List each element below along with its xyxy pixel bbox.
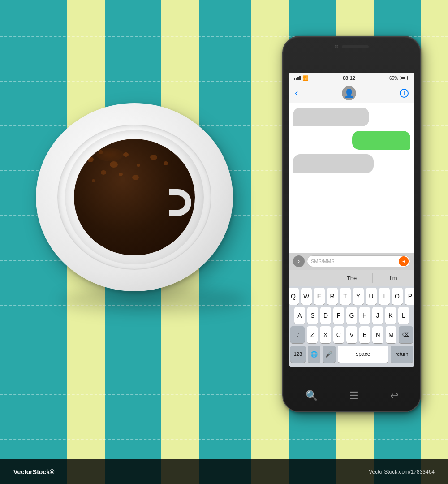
nav-back-icon[interactable]: ↩ bbox=[390, 390, 398, 402]
key-shift[interactable]: ⇧ bbox=[290, 326, 305, 343]
cup bbox=[65, 130, 204, 264]
bottom-bar: VectorStock® VectorStock.com/17833464 bbox=[0, 459, 448, 484]
key-r[interactable]: R bbox=[327, 288, 338, 305]
stripe-5 bbox=[421, 0, 448, 484]
phone-bottom-nav: 🔍 ☰ ↩ bbox=[289, 385, 414, 407]
info-button[interactable]: i bbox=[400, 89, 409, 98]
key-z[interactable]: Z bbox=[307, 326, 318, 343]
send-button[interactable]: ▲ bbox=[399, 256, 409, 266]
bar-4 bbox=[299, 76, 301, 80]
status-time: 08:12 bbox=[343, 75, 355, 81]
input-placeholder: SMS/MMS bbox=[311, 259, 335, 264]
message-input[interactable]: SMS/MMS ▲ bbox=[307, 255, 410, 267]
contact-avatar: 👤 bbox=[342, 86, 356, 100]
suggestion-i[interactable]: I bbox=[289, 273, 331, 283]
key-f[interactable]: F bbox=[333, 307, 344, 324]
key-p[interactable]: P bbox=[405, 288, 414, 305]
key-y[interactable]: Y bbox=[353, 288, 364, 305]
send-icon: ▲ bbox=[401, 259, 406, 264]
status-bar: 📶 08:12 65% bbox=[289, 73, 414, 83]
keyboard-suggestions: I The I'm bbox=[289, 270, 414, 286]
key-123[interactable]: 123 bbox=[290, 346, 306, 363]
key-row-2: A S D F G H J K L bbox=[290, 307, 413, 324]
back-button[interactable]: ‹ bbox=[295, 87, 298, 99]
key-j[interactable]: J bbox=[372, 307, 383, 324]
key-return[interactable]: return bbox=[391, 346, 413, 363]
phone-speaker bbox=[342, 45, 369, 48]
bar-2 bbox=[296, 78, 297, 80]
status-left: 📶 bbox=[294, 75, 309, 81]
cup-handle bbox=[169, 189, 191, 216]
key-k[interactable]: K bbox=[385, 307, 396, 324]
status-right: 65% bbox=[389, 76, 409, 81]
key-d[interactable]: D bbox=[320, 307, 331, 324]
key-delete[interactable]: ⌫ bbox=[399, 326, 413, 343]
key-l[interactable]: L bbox=[398, 307, 409, 324]
phone-top bbox=[335, 45, 369, 48]
mic-button[interactable]: › bbox=[293, 255, 305, 267]
key-v[interactable]: V bbox=[346, 326, 357, 343]
key-q[interactable]: Q bbox=[289, 288, 299, 305]
key-m[interactable]: M bbox=[386, 326, 396, 343]
chat-header: ‹ 👤 i bbox=[289, 83, 414, 103]
phone: 📶 08:12 65% ‹ 👤 i bbox=[282, 36, 421, 412]
coffee-cup-area bbox=[27, 90, 242, 305]
key-space[interactable]: space bbox=[338, 346, 388, 363]
messages-area bbox=[289, 103, 414, 253]
wifi-icon: 📶 bbox=[302, 75, 309, 81]
battery-icon bbox=[400, 76, 409, 80]
battery-percent: 65% bbox=[389, 76, 398, 81]
key-s[interactable]: S bbox=[307, 307, 318, 324]
key-mic[interactable]: 🎤 bbox=[323, 346, 335, 363]
message-bubble-sent-1 bbox=[352, 131, 410, 150]
saucer bbox=[36, 103, 233, 291]
nav-search-icon[interactable]: 🔍 bbox=[306, 390, 318, 402]
suggestion-im[interactable]: I'm bbox=[373, 273, 414, 283]
key-a[interactable]: A bbox=[294, 307, 305, 324]
bar-3 bbox=[297, 77, 299, 80]
avatar-person-icon: 👤 bbox=[344, 88, 354, 98]
key-n[interactable]: N bbox=[372, 326, 383, 343]
key-e[interactable]: E bbox=[314, 288, 325, 305]
signal-bars bbox=[294, 76, 301, 80]
key-globe[interactable]: 🌐 bbox=[308, 346, 320, 363]
key-x[interactable]: X bbox=[320, 326, 331, 343]
key-u[interactable]: U bbox=[366, 288, 377, 305]
nav-menu-icon[interactable]: ☰ bbox=[349, 390, 358, 402]
phone-camera bbox=[335, 45, 338, 48]
key-b[interactable]: B bbox=[359, 326, 370, 343]
key-row-4: 123 🌐 🎤 space return bbox=[290, 346, 413, 363]
dashed-line-10 bbox=[0, 439, 448, 440]
suggestion-the[interactable]: The bbox=[331, 273, 373, 283]
message-bubble-received-2 bbox=[293, 154, 374, 173]
key-t[interactable]: T bbox=[340, 288, 351, 305]
bar-1 bbox=[294, 78, 295, 80]
key-row-1: Q W E R T Y U I O P bbox=[290, 288, 413, 305]
key-w[interactable]: W bbox=[301, 288, 312, 305]
mic-icon: › bbox=[298, 258, 300, 264]
key-i[interactable]: I bbox=[379, 288, 390, 305]
saucer-shadow bbox=[59, 287, 247, 314]
key-c[interactable]: C bbox=[333, 326, 344, 343]
vectorstock-url: VectorStock.com/17833464 bbox=[369, 469, 435, 475]
key-h[interactable]: H bbox=[359, 307, 370, 324]
key-row-3: ⇧ Z X C V B N M ⌫ bbox=[290, 326, 413, 343]
key-g[interactable]: G bbox=[346, 307, 357, 324]
phone-screen: 📶 08:12 65% ‹ 👤 i bbox=[289, 73, 414, 367]
message-bubble-received-1 bbox=[293, 108, 369, 126]
keyboard: Q W E R T Y U I O P A S D F G H J K bbox=[289, 286, 414, 367]
vectorstock-logo: VectorStock® bbox=[13, 468, 54, 475]
input-area: › SMS/MMS ▲ bbox=[289, 253, 414, 270]
key-o[interactable]: O bbox=[392, 288, 403, 305]
coffee-liquid bbox=[74, 139, 195, 255]
